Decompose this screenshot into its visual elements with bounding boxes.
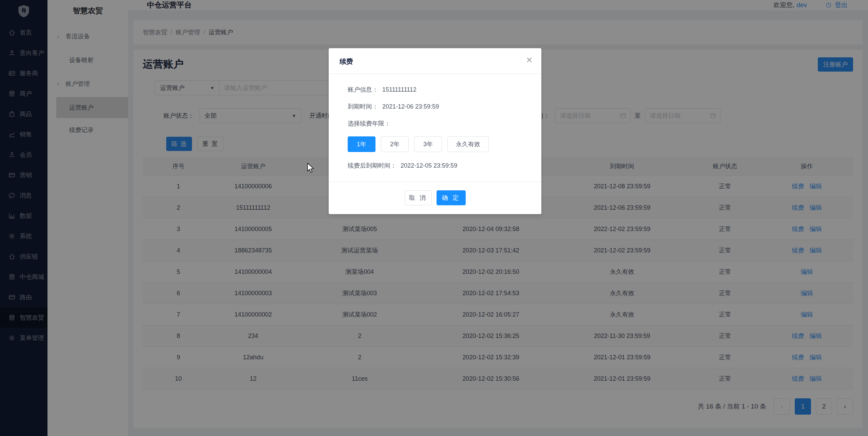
after-renew-value: 2022-12-05 23:59:59 [401,162,457,169]
account-info-line: 账户信息： 15111111112 [348,86,541,94]
after-renew-label: 续费后到期时间： [348,162,397,170]
after-renew-line: 续费后到期时间： 2022-12-05 23:59:59 [348,162,541,170]
close-icon[interactable]: × [526,54,533,65]
year-option-button[interactable]: 2年 [381,136,409,152]
modal-footer: 取 消 确 定 [329,182,541,214]
year-option-button[interactable]: 3年 [414,136,442,152]
modal-title: 续费 [340,58,353,65]
renew-modal: 续费 × 账户信息： 15111111112 到期时间： 2021-12-06 … [329,48,541,214]
expire-time-value: 2021-12-06 23:59:59 [382,103,439,110]
account-info-label: 账户信息： [348,86,378,94]
expire-time-line: 到期时间： 2021-12-06 23:59:59 [348,102,541,111]
mouse-cursor [307,163,314,174]
year-select-line: 选择续费年限： [348,119,541,128]
year-option-button[interactable]: 永久有效 [447,136,489,152]
year-select-label: 选择续费年限： [348,119,390,128]
year-option-button[interactable]: 1年 [348,136,375,152]
modal-body: 账户信息： 15111111112 到期时间： 2021-12-06 23:59… [329,74,541,182]
expire-time-label: 到期时间： [348,102,378,111]
cancel-button[interactable]: 取 消 [405,190,432,205]
account-info-value: 15111111112 [382,86,417,93]
modal-header: 续费 × [329,48,541,74]
year-options-row: 1年2年3年永久有效 [348,136,541,152]
confirm-button[interactable]: 确 定 [437,190,466,205]
